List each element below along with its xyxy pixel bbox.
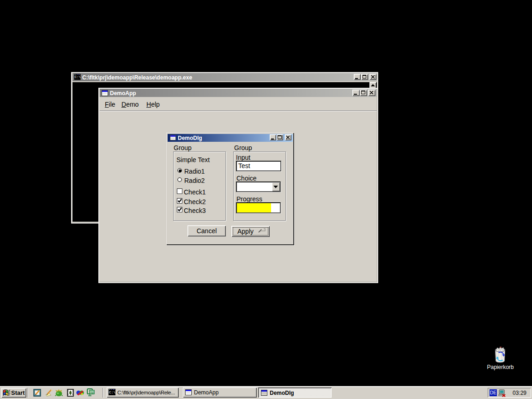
svg-text:TZ: TZ xyxy=(91,391,94,394)
svg-text:C:\: C:\ xyxy=(109,390,115,394)
svg-text:C:\: C:\ xyxy=(74,75,81,79)
